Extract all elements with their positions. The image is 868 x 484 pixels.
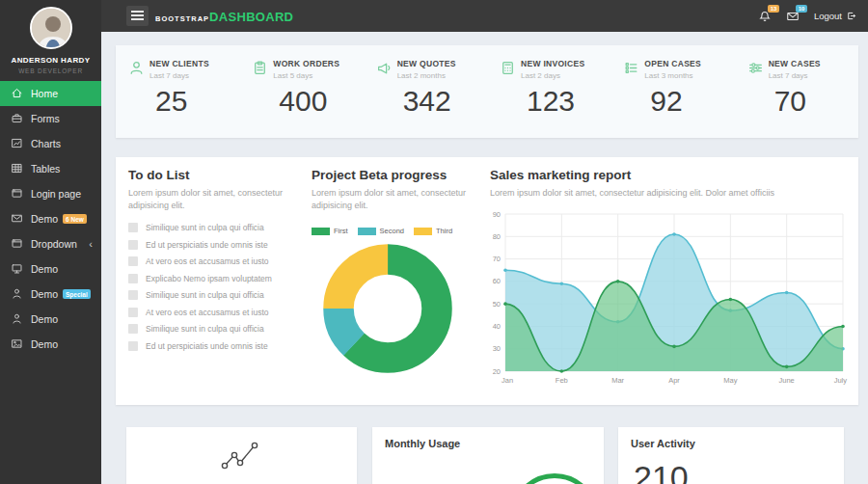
mail-icon[interactable]: 10 — [786, 10, 800, 23]
svg-text:July: July — [834, 376, 848, 385]
stat-label: NEW CASES — [769, 59, 821, 68]
sidebar-item-demo-7[interactable]: Demo — [0, 256, 101, 282]
todo-item-0: Similique sunt in culpa qui officia — [128, 223, 294, 232]
sidebar-item-label: Demo — [31, 213, 58, 225]
sales-subtitle: Lorem ipsum dolor sit amet, consectetur … — [490, 187, 849, 200]
stat-label: OPEN CASES — [644, 59, 701, 68]
sidebar-item-forms-1[interactable]: Forms — [0, 106, 101, 131]
todo-text: Similique sunt in culpa qui officia — [146, 290, 264, 300]
stat-new-quotes: NEW QUOTESLast 2 months342 — [364, 45, 487, 138]
todo-checkbox[interactable] — [128, 256, 138, 266]
sidebar-item-dropdown-6[interactable]: Dropdown‹ — [0, 231, 101, 256]
sidebar-item-home-0[interactable]: Home — [0, 81, 101, 106]
todo-section: To do List Lorem ipsum dolor sit amet, c… — [128, 168, 294, 358]
sidebar-item-charts-2[interactable]: Charts — [0, 131, 101, 156]
timeline-icon — [220, 440, 264, 472]
svg-text:70: 70 — [493, 255, 501, 263]
sidebar-item-label: Demo — [31, 288, 58, 300]
legend-label: Second — [380, 227, 404, 235]
todo-list: Similique sunt in culpa qui officiaEd ut… — [128, 223, 294, 351]
svg-text:40: 40 — [493, 322, 501, 331]
todo-checkbox[interactable] — [128, 308, 138, 317]
gauge-chart — [510, 473, 599, 484]
user-activity-value: 210 — [634, 459, 689, 484]
window-icon — [11, 237, 24, 251]
stat-period: Last 7 days — [769, 71, 821, 80]
donut-subtitle: Lorem ipsum dolor sit amet, consectetur … — [312, 187, 477, 211]
bell-icon[interactable]: 13 — [758, 10, 772, 23]
chevron-left-icon: ‹ — [89, 239, 93, 250]
sidebar-item-demo-8[interactable]: DemoSpecial — [0, 282, 101, 307]
stat-value: 25 — [155, 85, 239, 118]
todo-text: Ed ut perspiciatis unde omnis iste — [146, 240, 268, 250]
sidebar-item-demo-9[interactable]: Demo — [0, 307, 101, 332]
dashboard-app: ANDERSON HARDY WEB DEVELOPER HomeFormsCh… — [0, 0, 868, 484]
stat-period: Last 2 days — [521, 71, 584, 80]
sidebar-item-label: Demo — [31, 263, 58, 275]
sidebar-badge: Special — [63, 289, 91, 299]
table-icon — [11, 162, 24, 175]
svg-text:Feb: Feb — [556, 376, 568, 385]
legend-entry-third: Third — [414, 227, 452, 235]
sidebar-item-label: Tables — [31, 163, 60, 175]
todo-checkbox[interactable] — [128, 341, 138, 351]
todo-subtitle: Lorem ipsum dolor sit amet, consectetur … — [128, 187, 294, 211]
main-panel: To do List Lorem ipsum dolor sit amet, c… — [116, 157, 858, 405]
home-icon — [11, 87, 24, 100]
todo-title: To do List — [128, 168, 294, 182]
sidebar-item-label: Home — [31, 88, 58, 99]
svg-text:90: 90 — [493, 209, 501, 218]
calculator-icon — [500, 60, 516, 76]
stat-period: Last 3 months — [644, 71, 701, 80]
logout-icon — [846, 11, 856, 21]
svg-text:June: June — [779, 376, 795, 385]
todo-item-2: At vero eos et accusamus et iusto — [128, 256, 294, 266]
sidebar-item-demo-10[interactable]: Demo — [0, 332, 101, 357]
legend-swatch — [414, 228, 432, 235]
todo-text: Ed ut perspiciatis unde omnis iste — [146, 341, 268, 351]
todo-checkbox[interactable] — [128, 240, 138, 250]
topbar: BOOTSTRAPDASHBOARD 13 10 Logout — [101, 0, 868, 32]
megaphone-icon — [376, 60, 393, 76]
clipboard-icon — [252, 60, 268, 76]
sidebar-item-demo-5[interactable]: Demo6 New — [0, 206, 101, 231]
topbar-actions: 13 10 Logout — [758, 0, 856, 32]
donut-chart — [320, 241, 455, 376]
legend-label: Third — [436, 227, 452, 235]
todo-text: Similique sunt in culpa qui officia — [146, 223, 264, 232]
svg-text:Jan: Jan — [502, 376, 513, 385]
svg-text:30: 30 — [493, 344, 501, 353]
sidebar-item-login-page-4[interactable]: Login page — [0, 181, 101, 206]
logout-button[interactable]: Logout — [814, 11, 856, 21]
profile-name: ANDERSON HARDY — [0, 56, 101, 65]
bottom-card-monthly-usage: Monthly Usage — [372, 427, 604, 484]
legend-entry-first: First — [312, 227, 348, 235]
todo-item-6: Similique sunt in culpa qui officia — [128, 324, 294, 334]
legend-swatch — [312, 228, 330, 235]
todo-checkbox[interactable] — [128, 324, 138, 334]
todo-item-5: At vero eos et accusamus et iusto — [128, 308, 294, 317]
logout-label: Logout — [814, 11, 842, 21]
sidebar-item-tables-3[interactable]: Tables — [0, 156, 101, 181]
stat-value: 400 — [279, 85, 363, 118]
envelope-icon — [11, 212, 24, 226]
svg-text:50: 50 — [493, 299, 501, 308]
stat-work-orders: WORK ORDERSLast 5 days400 — [239, 45, 363, 138]
person-icon — [11, 287, 24, 301]
hamburger-menu-icon[interactable] — [126, 6, 149, 26]
stat-period: Last 7 days — [149, 71, 209, 80]
brand-suffix: DASHBOARD — [209, 10, 293, 24]
stat-label: NEW QUOTES — [397, 59, 456, 68]
notification-count-badge: 13 — [768, 5, 779, 13]
sidebar-item-label: Demo — [31, 338, 58, 350]
todo-checkbox[interactable] — [128, 274, 138, 283]
chart-icon — [11, 137, 24, 150]
stat-value: 70 — [774, 85, 858, 118]
todo-checkbox[interactable] — [128, 290, 138, 300]
todo-checkbox[interactable] — [128, 223, 138, 232]
avatar — [30, 7, 72, 49]
todo-text: At vero eos et accusamus et iusto — [146, 256, 269, 266]
image-icon — [11, 337, 24, 351]
brand-logo[interactable]: BOOTSTRAPDASHBOARD — [155, 0, 293, 32]
stat-label: WORK ORDERS — [273, 59, 339, 68]
